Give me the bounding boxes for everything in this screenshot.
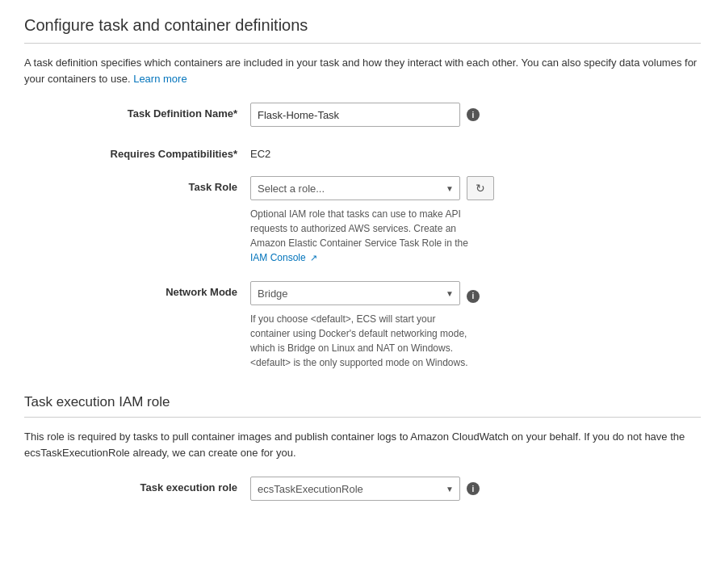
task-definition-name-label: Task Definition Name* bbox=[24, 103, 250, 120]
task-role-select-wrap: Select a role... ▼ bbox=[250, 176, 460, 200]
task-role-refresh-button[interactable]: ↻ bbox=[467, 176, 494, 200]
requires-compatibilities-label: Requires Compatibilities* bbox=[24, 143, 250, 160]
task-definition-name-info-icon[interactable]: i bbox=[467, 108, 480, 121]
task-role-hint: Optional IAM role that tasks can use to … bbox=[250, 207, 476, 265]
task-execution-role-select-wrap: ecsTaskExecutionRole Create new role ▼ bbox=[250, 477, 460, 501]
page-title: Configure task and container definitions bbox=[24, 16, 701, 35]
task-role-label: Task Role bbox=[24, 176, 250, 193]
network-mode-hint: If you choose <default>, ECS will start … bbox=[250, 312, 476, 370]
task-role-row: Task Role Select a role... ▼ ↻ Optional … bbox=[24, 176, 701, 265]
requires-compatibilities-value: EC2 bbox=[250, 143, 270, 160]
network-mode-row: Network Mode Bridge Host awsvpc None <de… bbox=[24, 281, 701, 370]
section2-description: This role is required by tasks to pull c… bbox=[24, 429, 701, 460]
section2-divider bbox=[24, 417, 701, 418]
task-execution-role-label: Task execution role bbox=[24, 477, 250, 494]
task-definition-name-row: Task Definition Name* i bbox=[24, 103, 701, 127]
iam-console-link[interactable]: IAM Console ↗ bbox=[250, 252, 317, 263]
learn-more-link[interactable]: Learn more bbox=[133, 73, 186, 85]
task-execution-role-info-icon[interactable]: i bbox=[467, 482, 480, 495]
network-mode-select[interactable]: Bridge Host awsvpc None <default> bbox=[250, 281, 460, 305]
task-execution-role-select[interactable]: ecsTaskExecutionRole Create new role bbox=[250, 477, 460, 501]
task-definition-name-input[interactable] bbox=[250, 103, 460, 127]
task-execution-iam-role-section: Task execution IAM role This role is req… bbox=[24, 394, 701, 501]
network-mode-label: Network Mode bbox=[24, 281, 250, 298]
section-divider bbox=[24, 43, 701, 44]
network-mode-info-icon[interactable]: i bbox=[467, 290, 480, 303]
refresh-icon: ↻ bbox=[476, 182, 485, 195]
section-description: A task definition specifies which contai… bbox=[24, 55, 701, 86]
task-execution-role-row: Task execution role ecsTaskExecutionRole… bbox=[24, 477, 701, 501]
requires-compatibilities-row: Requires Compatibilities* EC2 bbox=[24, 143, 701, 160]
section2-title: Task execution IAM role bbox=[24, 394, 701, 410]
network-mode-select-wrap: Bridge Host awsvpc None <default> ▼ bbox=[250, 281, 460, 305]
task-role-select[interactable]: Select a role... bbox=[250, 176, 460, 200]
external-link-icon: ↗ bbox=[310, 251, 317, 265]
